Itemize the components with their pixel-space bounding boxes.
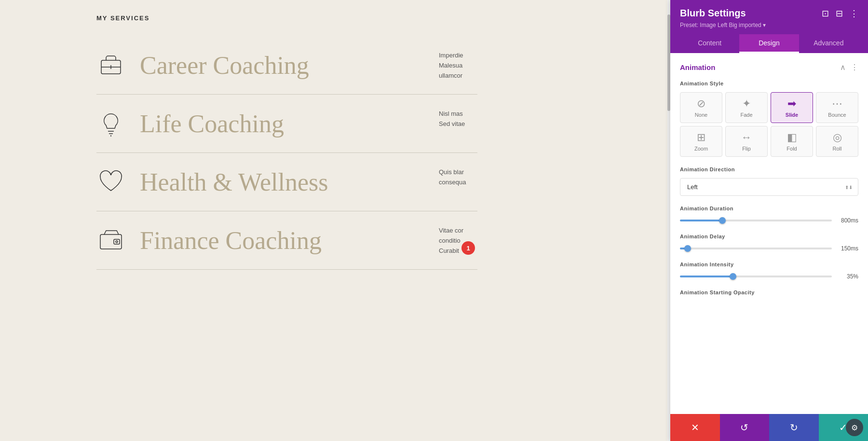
direction-label: Animation Direction [680,166,858,172]
panel-preset[interactable]: Preset: Image Left Big imported ▾ [680,22,858,28]
settings-floating-button[interactable]: ⚙ [846,419,863,436]
roll-icon: ◎ [819,131,855,144]
collapse-icon[interactable]: ∧ [840,63,846,72]
anim-style-zoom[interactable]: ⊞ Zoom [680,126,722,157]
undo-icon: ↺ [740,422,748,433]
service-item-life: Life Coaching Nisl mas Sed vitae [96,95,477,153]
delay-track[interactable] [680,248,832,249]
anim-style-bounce[interactable]: ⋯ Bounce [816,92,858,123]
redo-icon: ↻ [790,422,798,433]
finance-coaching-label: Finance Coaching [140,226,322,255]
fold-label: Fold [774,146,810,152]
service-item-health: Health & Wellness Quis blar consequa [96,153,477,211]
roll-label: Roll [819,146,855,152]
direction-select[interactable]: Left Right Top Bottom [680,178,858,196]
svg-point-8 [116,241,118,243]
intensity-row: Animation Intensity 35% [680,262,858,280]
starting-opacity-label: Animation Starting Opacity [680,289,858,295]
bounce-label: Bounce [819,112,855,118]
career-coaching-label: Career Coaching [140,51,309,80]
delay-slider-row: 150ms [680,245,858,252]
anim-style-fade[interactable]: ✦ Fade [725,92,768,123]
animation-section-header: Animation ∧ ⋮ [680,63,858,72]
life-coaching-label: Life Coaching [140,110,284,138]
slide-icon: ➡ [774,97,810,110]
zoom-icon: ⊞ [683,131,719,144]
health-wellness-label: Health & Wellness [140,168,328,196]
duration-slider-row: 800ms [680,217,858,224]
layout-icon[interactable]: ⊟ [836,8,843,19]
heart-icon [96,167,125,196]
intensity-value: 35% [837,273,858,280]
anim-style-flip[interactable]: ↔ Flip [725,126,768,157]
delay-row: Animation Delay 150ms [680,234,858,252]
service-item-career: Career Coaching Imperdie Malesua ullamco… [96,36,477,95]
animation-style-grid: ⊘ None ✦ Fade ➡ Slide ⋯ Bounce ⊞ Zoom ↔ … [680,92,858,157]
svg-rect-7 [114,239,120,244]
flip-icon: ↔ [729,131,764,144]
settings-panel: Blurb Settings ⊡ ⊟ ⋮ Preset: Image Left … [670,0,868,441]
section-header-icons: ∧ ⋮ [840,63,858,72]
duration-thumb[interactable] [719,217,726,224]
duration-track[interactable] [680,220,832,221]
notification-badge: 1 [461,241,475,255]
panel-toolbar: ✕ ↺ ↻ ✓ [670,414,868,441]
svg-rect-6 [100,234,122,249]
maximize-icon[interactable]: ⊡ [822,8,829,19]
anim-style-none[interactable]: ⊘ None [680,92,722,123]
duration-label: Animation Duration [680,206,858,211]
tab-design[interactable]: Design [739,34,799,53]
anim-style-fold[interactable]: ◧ Fold [771,126,813,157]
panel-tabs: Content Design Advanced [680,34,858,53]
tab-advanced[interactable]: Advanced [799,34,858,53]
undo-button[interactable]: ↺ [720,414,770,441]
intensity-fill [680,276,733,277]
intensity-slider-row: 35% [680,273,858,280]
delay-value: 150ms [837,245,858,252]
fade-label: Fade [729,112,764,118]
slide-label: Slide [774,112,810,118]
cancel-button[interactable]: ✕ [670,414,720,441]
duration-value: 800ms [837,217,858,224]
career-coaching-text: Imperdie Malesua ullamcor [439,51,468,81]
animation-label: Animation [680,63,715,71]
panel-header-icons: ⊡ ⊟ ⋮ [822,8,858,19]
intensity-track[interactable] [680,276,832,277]
direction-select-wrapper: Left Right Top Bottom [680,178,858,196]
panel-title: Blurb Settings [680,8,746,19]
briefcase-icon [96,51,125,80]
wallet-icon [96,226,125,255]
cancel-icon: ✕ [691,422,699,433]
more-icon[interactable]: ⋮ [850,8,858,19]
panel-title-row: Blurb Settings ⊡ ⊟ ⋮ [680,8,858,19]
section-more-icon[interactable]: ⋮ [851,63,858,72]
anim-style-slide[interactable]: ➡ Slide [771,92,813,123]
animation-style-label: Animation Style [680,81,858,86]
fold-icon: ◧ [774,131,810,144]
intensity-thumb[interactable] [730,273,736,280]
none-icon: ⊘ [683,97,719,110]
flip-label: Flip [729,146,764,152]
none-label: None [683,112,719,118]
delay-label: Animation Delay [680,234,858,239]
life-coaching-text: Nisl mas Sed vitae [439,109,468,129]
settings-icon: ⚙ [851,423,858,432]
delay-thumb[interactable] [684,245,691,252]
intensity-label: Animation Intensity [680,262,858,267]
main-content: MY SERVICES Career Coaching Imperdie Mal… [0,0,477,441]
panel-header: Blurb Settings ⊡ ⊟ ⋮ Preset: Image Left … [670,0,868,53]
health-wellness-text: Quis blar consequa [439,167,468,188]
anim-style-roll[interactable]: ◎ Roll [816,126,858,157]
zoom-label: Zoom [683,146,719,152]
lightbulb-icon [96,109,125,138]
bounce-icon: ⋯ [819,97,855,110]
panel-body: Animation ∧ ⋮ Animation Style ⊘ None ✦ F… [670,53,868,414]
duration-row: Animation Duration 800ms [680,206,858,224]
tab-content[interactable]: Content [680,34,739,53]
service-item-finance: Finance Coaching Vitae cor conditio Cura… [96,211,477,270]
duration-fill [680,220,722,221]
section-title: MY SERVICES [96,14,477,22]
redo-button[interactable]: ↻ [769,414,819,441]
fade-icon: ✦ [729,97,764,110]
